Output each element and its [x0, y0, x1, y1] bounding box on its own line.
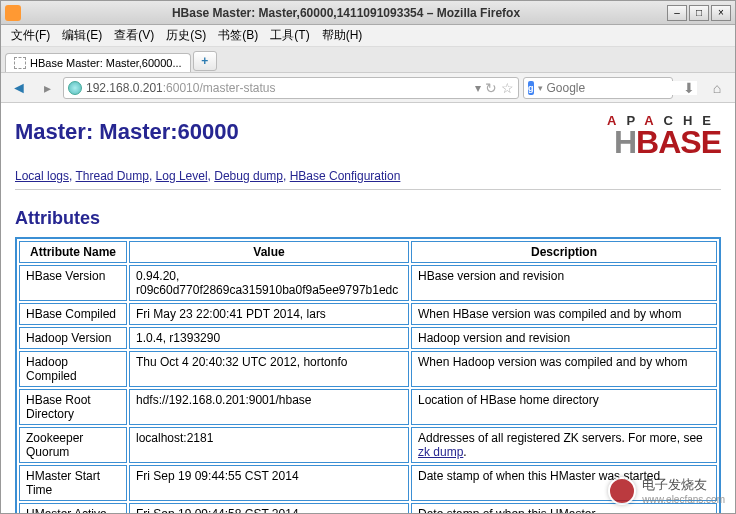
- cell-value: Thu Oct 4 20:40:32 UTC 2012, hortonfo: [129, 351, 409, 387]
- feed-icon[interactable]: ▾: [475, 81, 481, 95]
- attributes-table: Attribute Name Value Description HBase V…: [15, 237, 721, 513]
- cell-desc: Addresses of all registered ZK servers. …: [411, 427, 717, 463]
- navbar: ◄ ▸ 192.168.0.201:60010/master-status ▾ …: [1, 73, 735, 103]
- table-header-row: Attribute Name Value Description: [19, 241, 717, 263]
- page-title: Master: Master:60000: [15, 119, 239, 145]
- cell-name: HBase Compiled: [19, 303, 127, 325]
- url-host: 192.168.0.201: [86, 81, 163, 95]
- cell-desc: Hadoop version and revision: [411, 327, 717, 349]
- watermark-url: www.elecfans.com: [642, 494, 725, 505]
- browser-tab[interactable]: HBase Master: Master,60000...: [5, 53, 191, 72]
- cell-desc: When HBase version was compiled and by w…: [411, 303, 717, 325]
- downloads-button[interactable]: ⬇: [677, 77, 701, 99]
- menu-help[interactable]: 帮助(H): [316, 25, 369, 46]
- cell-name: HMaster Start Time: [19, 465, 127, 501]
- window-controls: – □ ×: [667, 5, 731, 21]
- google-icon: g: [528, 81, 534, 95]
- menu-tools[interactable]: 工具(T): [264, 25, 315, 46]
- link-log-level[interactable]: Log Level: [156, 169, 208, 183]
- watermark: 电子发烧友 www.elecfans.com: [608, 476, 725, 505]
- window-title: HBase Master: Master,60000,1411091093354…: [25, 6, 667, 20]
- hbase-logo: APACHE HBASE: [607, 113, 721, 157]
- cell-name: HMaster Active Time: [19, 503, 127, 513]
- cell-value: 1.0.4, r1393290: [129, 327, 409, 349]
- watermark-text: 电子发烧友: [642, 476, 725, 494]
- search-dropdown-icon[interactable]: ▾: [538, 83, 543, 93]
- table-row: Zookeeper Quorumlocalhost:2181Addresses …: [19, 427, 717, 463]
- menu-view[interactable]: 查看(V): [108, 25, 160, 46]
- tab-label: HBase Master: Master,60000...: [30, 57, 182, 69]
- menu-history[interactable]: 历史(S): [160, 25, 212, 46]
- home-button[interactable]: ⌂: [705, 77, 729, 99]
- url-path: :60010/master-status: [163, 81, 276, 95]
- close-button[interactable]: ×: [711, 5, 731, 21]
- table-row: HBase Root Directoryhdfs://192.168.0.201…: [19, 389, 717, 425]
- cell-value: hdfs://192.168.0.201:9001/hbase: [129, 389, 409, 425]
- globe-icon: [68, 81, 82, 95]
- th-desc: Description: [411, 241, 717, 263]
- table-row: Hadoop CompiledThu Oct 4 20:40:32 UTC 20…: [19, 351, 717, 387]
- new-tab-button[interactable]: +: [193, 51, 217, 71]
- titlebar: HBase Master: Master,60000,1411091093354…: [1, 1, 735, 25]
- page-icon: [14, 57, 26, 69]
- menu-file[interactable]: 文件(F): [5, 25, 56, 46]
- page-content: Master: Master:60000 APACHE HBASE Local …: [1, 103, 735, 513]
- link-zk-dump[interactable]: zk dump: [418, 445, 463, 459]
- tabbar: HBase Master: Master,60000... +: [1, 47, 735, 73]
- back-button[interactable]: ◄: [7, 77, 31, 99]
- th-name: Attribute Name: [19, 241, 127, 263]
- maximize-button[interactable]: □: [689, 5, 709, 21]
- search-input[interactable]: [547, 81, 697, 95]
- search-box[interactable]: g ▾: [523, 77, 673, 99]
- table-row: HBase CompiledFri May 23 22:00:41 PDT 20…: [19, 303, 717, 325]
- nav-links: Local logs, Thread Dump, Log Level, Debu…: [15, 169, 721, 190]
- url-text[interactable]: 192.168.0.201:60010/master-status: [86, 81, 471, 95]
- menu-bookmarks[interactable]: 书签(B): [212, 25, 264, 46]
- cell-name: Hadoop Version: [19, 327, 127, 349]
- minimize-button[interactable]: –: [667, 5, 687, 21]
- watermark-icon: [608, 477, 636, 505]
- section-attributes: Attributes: [15, 208, 721, 229]
- menubar: 文件(F) 编辑(E) 查看(V) 历史(S) 书签(B) 工具(T) 帮助(H…: [1, 25, 735, 47]
- link-debug-dump[interactable]: Debug dump: [214, 169, 283, 183]
- forward-button[interactable]: ▸: [35, 77, 59, 99]
- cell-desc: HBase version and revision: [411, 265, 717, 301]
- cell-desc: Location of HBase home directory: [411, 389, 717, 425]
- menu-edit[interactable]: 编辑(E): [56, 25, 108, 46]
- cell-value: 0.94.20, r09c60d770f2869ca315910ba0f9a5e…: [129, 265, 409, 301]
- cell-name: Hadoop Compiled: [19, 351, 127, 387]
- table-row: HBase Version0.94.20, r09c60d770f2869ca3…: [19, 265, 717, 301]
- link-hbase-config[interactable]: HBase Configuration: [290, 169, 401, 183]
- table-row: Hadoop Version1.0.4, r1393290Hadoop vers…: [19, 327, 717, 349]
- cell-value: localhost:2181: [129, 427, 409, 463]
- cell-name: HBase Root Directory: [19, 389, 127, 425]
- link-local-logs[interactable]: Local logs: [15, 169, 69, 183]
- cell-value: Fri May 23 22:00:41 PDT 2014, lars: [129, 303, 409, 325]
- cell-value: Fri Sep 19 09:44:58 CST 2014: [129, 503, 409, 513]
- cell-value: Fri Sep 19 09:44:55 CST 2014: [129, 465, 409, 501]
- th-value: Value: [129, 241, 409, 263]
- url-bar[interactable]: 192.168.0.201:60010/master-status ▾ ↻ ☆: [63, 77, 519, 99]
- link-thread-dump[interactable]: Thread Dump: [76, 169, 149, 183]
- logo-hbase: HBASE: [607, 128, 721, 157]
- cell-name: Zookeeper Quorum: [19, 427, 127, 463]
- bookmark-icon[interactable]: ☆: [501, 80, 514, 96]
- cell-name: HBase Version: [19, 265, 127, 301]
- firefox-icon: [5, 5, 21, 21]
- cell-desc: When Hadoop version was compiled and by …: [411, 351, 717, 387]
- page-header: Master: Master:60000 APACHE HBASE: [15, 113, 721, 157]
- reload-icon[interactable]: ↻: [485, 80, 497, 96]
- window: HBase Master: Master,60000,1411091093354…: [0, 0, 736, 514]
